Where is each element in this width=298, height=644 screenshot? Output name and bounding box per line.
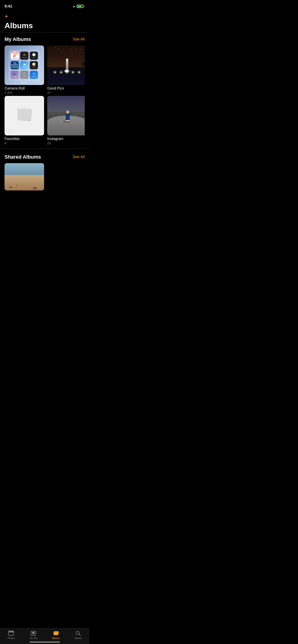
app-calculator-icon: ⊞ Calculator — [20, 52, 28, 60]
album-thumb-camera-roll: Thursday 27 Calendar ⊞ Calculator — [4, 46, 44, 85]
app-clock-icon: 🕐 Clock — [30, 52, 38, 60]
app-weather-icon: ⛅ Weather — [20, 61, 28, 69]
album-camera-roll[interactable]: Thursday 27 Calendar ⊞ Calculator — [4, 46, 44, 94]
status-icons: ➤ ⚡ — [73, 5, 85, 8]
instagram-image — [47, 96, 85, 136]
shared-albums-row — [4, 163, 85, 190]
shared-albums-title: Shared Albums — [4, 154, 41, 160]
good-pics-name: Good Pics — [47, 86, 85, 90]
homescreen-grid: Thursday 27 Calendar ⊞ Calculator — [8, 49, 40, 81]
app-contacts-icon: 👥 Contacts — [11, 71, 19, 79]
albums-row-1: Thursday 27 Calendar ⊞ Calculator — [4, 46, 85, 98]
album-favorites[interactable]: ♡ Favorites 0 — [4, 96, 44, 145]
albums-row-2: ♡ Favorites 0 — [4, 96, 85, 148]
favorites-name: Favorites — [4, 137, 44, 141]
app-calendar-icon: Thursday 27 Calendar — [11, 52, 19, 60]
instagram-name: Instagram — [47, 137, 85, 141]
album-instagram[interactable]: Instagram 23 — [47, 96, 85, 145]
album-good-pics[interactable]: Good Pics 17 — [47, 46, 85, 94]
shared-albums-section: Shared Albums See All — [0, 150, 89, 190]
battery-icon: ⚡ — [77, 5, 85, 8]
divider-middle — [0, 148, 89, 149]
albums-scroll[interactable]: Thursday 27 Calendar ⊞ Calculator — [4, 46, 85, 148]
album-thumb-favorites: ♡ — [4, 96, 44, 136]
favorites-image: ♡ — [4, 96, 44, 136]
add-album-button[interactable]: + — [4, 13, 8, 20]
my-albums-see-all[interactable]: See All — [73, 37, 85, 42]
my-albums-header: My Albums See All — [4, 36, 85, 42]
status-bar: 9:41 ➤ ⚡ — [0, 0, 89, 11]
page-title: Albums — [4, 21, 85, 30]
app-settings-icon: ⚙️ Settings — [20, 71, 28, 79]
app-weather-channel-icon: The Weather Channel — [11, 61, 19, 69]
album-thumb-instagram — [47, 96, 85, 136]
app-compass-icon: 🧭 Compass — [30, 61, 38, 69]
app-appstore-icon: A App Store — [30, 71, 38, 79]
camera-roll-name: Camera Roll — [4, 86, 44, 90]
my-albums-title: My Albums — [4, 36, 31, 42]
status-time: 9:41 — [4, 4, 12, 9]
shared-albums-see-all[interactable]: See All — [73, 155, 85, 159]
good-pics-count: 17 — [47, 91, 85, 94]
album-thumb-good-pics — [47, 46, 85, 85]
good-pics-image — [47, 46, 85, 85]
favorites-count: 0 — [4, 141, 44, 145]
location-icon: ➤ — [73, 5, 75, 8]
shared-beach-thumb — [4, 163, 44, 190]
header: + Albums — [0, 11, 89, 32]
shared-album-beach[interactable] — [4, 163, 44, 190]
shared-albums-header: Shared Albums See All — [4, 154, 85, 160]
camera-roll-count: 7,322 — [4, 91, 44, 94]
my-albums-section: My Albums See All Thursday 27 — [0, 33, 89, 148]
instagram-count: 23 — [47, 141, 85, 145]
empty-album-icon — [16, 108, 32, 121]
camera-roll-image: Thursday 27 Calendar ⊞ Calculator — [4, 46, 44, 85]
